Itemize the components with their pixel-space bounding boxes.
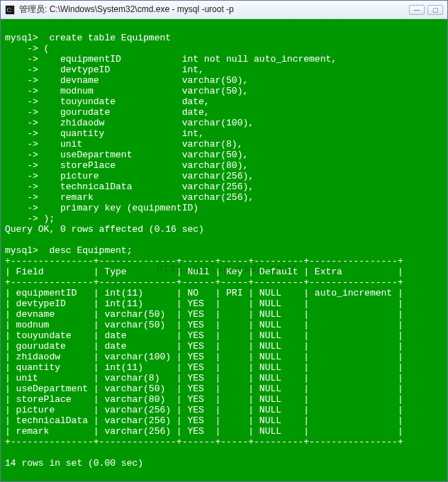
svg-text:C:: C: xyxy=(7,6,12,13)
terminal-text: mysql> create table Equipment -> ( -> eq… xyxy=(5,33,403,469)
window-buttons: — ▢ xyxy=(409,5,443,15)
minimize-button[interactable]: — xyxy=(409,5,425,15)
terminal-output[interactable]: http://blog.csdn.net/mysql> create table… xyxy=(1,19,447,481)
cmd-icon: C: xyxy=(5,5,15,15)
window-title: 管理员: C:\Windows\System32\cmd.exe - mysql… xyxy=(19,4,409,16)
maximize-button[interactable]: ▢ xyxy=(427,5,443,15)
minimize-icon: — xyxy=(414,6,420,13)
maximize-icon: ▢ xyxy=(432,6,439,13)
window-titlebar[interactable]: C: 管理员: C:\Windows\System32\cmd.exe - my… xyxy=(1,1,447,19)
cmd-window: C: 管理员: C:\Windows\System32\cmd.exe - my… xyxy=(0,0,448,482)
